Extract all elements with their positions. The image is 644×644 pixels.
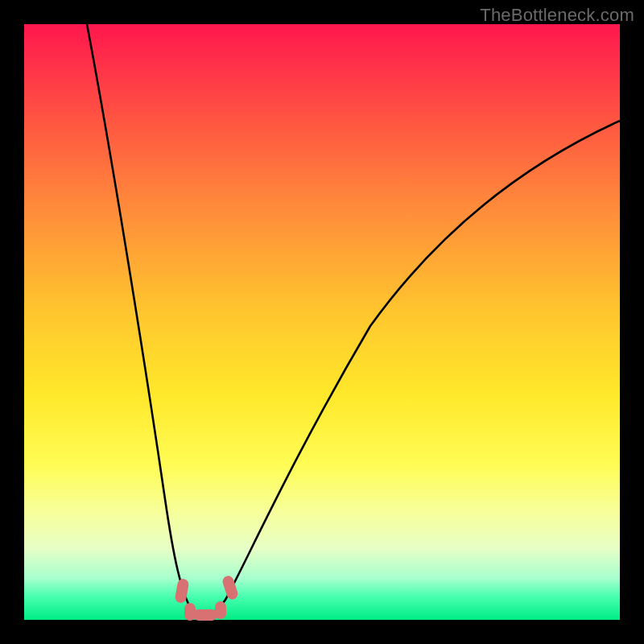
gradient-panel xyxy=(24,24,620,620)
bottleneck-curve xyxy=(24,24,620,620)
curve-left-branch xyxy=(87,24,204,615)
curve-marker xyxy=(215,601,226,619)
curve-marker xyxy=(193,609,217,621)
curve-right-branch xyxy=(204,121,620,615)
watermark-text: TheBottleneck.com xyxy=(480,5,634,26)
